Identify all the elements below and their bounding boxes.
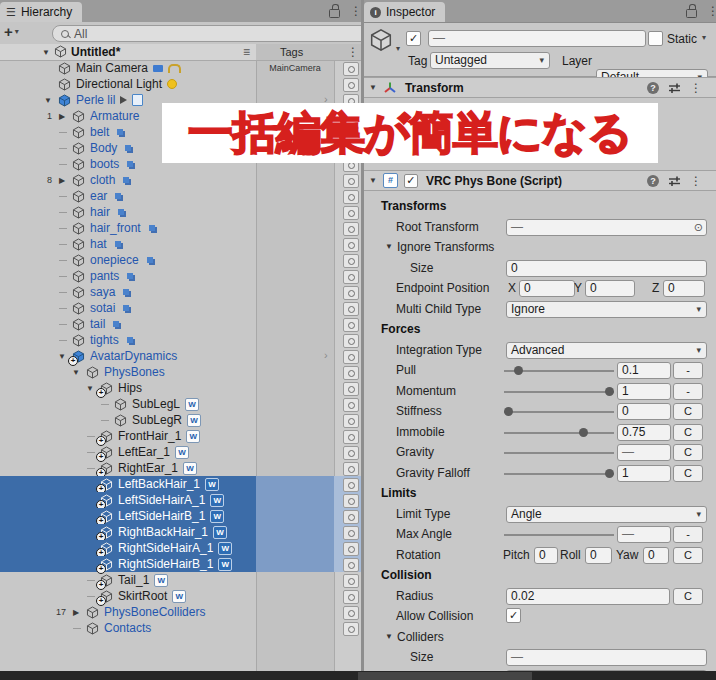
allow-collision-checkbox[interactable]: ✓: [506, 608, 521, 623]
kebab-menu-icon[interactable]: ⋮: [707, 4, 716, 18]
integration-type-dropdown[interactable]: Advanced▾: [506, 342, 707, 359]
tag-dropdown[interactable]: Untagged▾: [430, 52, 550, 69]
hierarchy-row-skirtroot[interactable]: +SkirtRootW: [0, 588, 361, 604]
hierarchy-row-contacts[interactable]: Contacts: [0, 620, 361, 636]
slider-value-field[interactable]: —: [617, 444, 671, 461]
foldout-open-icon[interactable]: ▼: [57, 352, 67, 361]
visibility-toggle[interactable]: [343, 254, 359, 268]
visibility-toggle[interactable]: [343, 206, 359, 220]
endpoint-x-field[interactable]: 0: [519, 280, 575, 297]
hierarchy-row-tail[interactable]: tail: [0, 316, 361, 332]
visibility-toggle[interactable]: [343, 478, 359, 492]
slider-mode-button[interactable]: C: [673, 403, 703, 420]
presets-icon[interactable]: [668, 82, 681, 94]
visibility-toggle[interactable]: [343, 430, 359, 444]
slider-mode-button[interactable]: C: [673, 444, 703, 461]
hierarchy-row-sotai[interactable]: sotai: [0, 300, 361, 316]
slider-handle[interactable]: [605, 387, 614, 396]
slider-mode-button[interactable]: C: [673, 465, 703, 482]
create-object-button[interactable]: + ▾: [4, 23, 19, 40]
visibility-toggle[interactable]: [343, 606, 359, 620]
hierarchy-row-hips[interactable]: ▼+Hips: [0, 380, 361, 396]
visibility-toggle[interactable]: [343, 526, 359, 540]
slider-mode-button[interactable]: -: [673, 383, 703, 400]
hierarchy-row-tights[interactable]: tights: [0, 332, 361, 348]
radius-field[interactable]: 0.02: [506, 588, 670, 605]
visibility-toggle[interactable]: [343, 446, 359, 460]
slider-track[interactable]: [504, 473, 614, 475]
max-angle-slider[interactable]: [504, 534, 614, 536]
hierarchy-row-sublegr[interactable]: SubLegRW: [0, 412, 361, 428]
hierarchy-row-saya[interactable]: saya: [0, 284, 361, 300]
slider-mode-button[interactable]: C: [673, 424, 703, 441]
hierarchy-row-ear[interactable]: ear: [0, 188, 361, 204]
colliders-size-field[interactable]: —: [506, 649, 707, 666]
kebab-menu-icon[interactable]: ⋮: [690, 81, 702, 95]
foldout-open-icon[interactable]: ▼: [85, 384, 95, 393]
physbone-header[interactable]: ▼ # ✓ VRC Phys Bone (Script) ? ⋮: [364, 170, 716, 191]
visibility-toggle[interactable]: [343, 366, 359, 380]
help-icon[interactable]: ?: [647, 175, 659, 187]
hierarchy-row-sublegl[interactable]: SubLegLW: [0, 396, 361, 412]
active-checkbox[interactable]: ✓: [406, 31, 421, 46]
visibility-toggle[interactable]: [343, 350, 359, 364]
hierarchy-row-hair-front[interactable]: hair_front: [0, 220, 361, 236]
chevron-right-icon[interactable]: ›: [324, 349, 328, 361]
foldout-open-icon[interactable]: ▼: [43, 96, 53, 105]
slider-handle[interactable]: [504, 407, 513, 416]
slider-track[interactable]: [504, 411, 614, 413]
slider-handle[interactable]: [605, 469, 614, 478]
multi-child-dropdown[interactable]: Ignore▾: [506, 301, 707, 318]
lock-icon[interactable]: [329, 9, 340, 18]
hierarchy-row-directional-light[interactable]: Directional Light: [0, 76, 361, 92]
visibility-toggle[interactable]: [343, 542, 359, 556]
slider-value-field[interactable]: 1: [617, 465, 671, 482]
visibility-toggle[interactable]: [343, 270, 359, 284]
endpoint-z-field[interactable]: 0: [663, 280, 705, 297]
slider-value-field[interactable]: 1: [617, 383, 671, 400]
foldout-open-icon[interactable]: ▼: [385, 632, 393, 641]
object-picker-icon[interactable]: ⊙: [694, 220, 703, 235]
visibility-toggle[interactable]: [343, 590, 359, 604]
hierarchy-row-cloth[interactable]: 8▶cloth: [0, 172, 361, 188]
rotation-mode-button[interactable]: C: [673, 547, 703, 564]
hierarchy-row-fronthair-1[interactable]: +FrontHair_1W: [0, 428, 361, 444]
hierarchy-search-input[interactable]: All: [52, 25, 361, 42]
foldout-open-icon[interactable]: ▼: [369, 176, 377, 185]
hierarchy-row-tail-1[interactable]: +Tail_1W: [0, 572, 361, 588]
hierarchy-row-hat[interactable]: hat: [0, 236, 361, 252]
visibility-toggle[interactable]: [343, 622, 359, 636]
visibility-toggle[interactable]: [343, 286, 359, 300]
tags-kebab-icon[interactable]: ⋮: [347, 45, 359, 59]
hierarchy-row-rightear-1[interactable]: +RightEar_1W: [0, 460, 361, 476]
transform-header[interactable]: ▼ Transform ? ⋮: [364, 77, 716, 98]
root-transform-field[interactable]: — ⊙: [506, 219, 707, 236]
hierarchy-row-physbonecolliders[interactable]: 17▶PhysBoneColliders: [0, 604, 361, 620]
foldout-closed-icon[interactable]: ▶: [57, 112, 67, 121]
foldout-closed-icon[interactable]: ▶: [71, 608, 81, 617]
kebab-menu-icon[interactable]: ⋮: [350, 4, 361, 18]
tab-hierarchy[interactable]: ☰ Hierarchy: [0, 2, 82, 22]
scene-header-row[interactable]: ▼ Untitled* ≡: [0, 44, 256, 61]
foldout-open-icon[interactable]: ▼: [369, 83, 377, 92]
slider-mode-button[interactable]: -: [673, 362, 703, 379]
slider-handle[interactable]: [579, 428, 588, 437]
rotation-pitch-field[interactable]: 0: [534, 547, 558, 564]
slider-track[interactable]: [504, 432, 614, 434]
hierarchy-row-hair[interactable]: hair: [0, 204, 361, 220]
visibility-toggle[interactable]: [343, 222, 359, 236]
foldout-closed-icon[interactable]: ▶: [57, 176, 67, 185]
help-icon[interactable]: ?: [647, 82, 659, 94]
visibility-toggle[interactable]: [343, 382, 359, 396]
slider-value-field[interactable]: 0: [617, 403, 671, 420]
visibility-toggle[interactable]: [343, 174, 359, 188]
hierarchy-row-leftsidehaira-1[interactable]: +LeftSideHairA_1W: [0, 492, 361, 508]
max-angle-mode-button[interactable]: -: [673, 526, 703, 543]
visibility-toggle[interactable]: [343, 494, 359, 508]
visibility-toggle[interactable]: [343, 558, 359, 572]
hierarchy-row-rightsidehairb-1[interactable]: +RightSideHairB_1W: [0, 556, 361, 572]
static-checkbox[interactable]: [648, 31, 663, 46]
presets-icon[interactable]: [668, 175, 681, 187]
hierarchy-row-leftsidehairb-1[interactable]: +LeftSideHairB_1W: [0, 508, 361, 524]
limit-type-dropdown[interactable]: Angle▾: [506, 506, 707, 523]
